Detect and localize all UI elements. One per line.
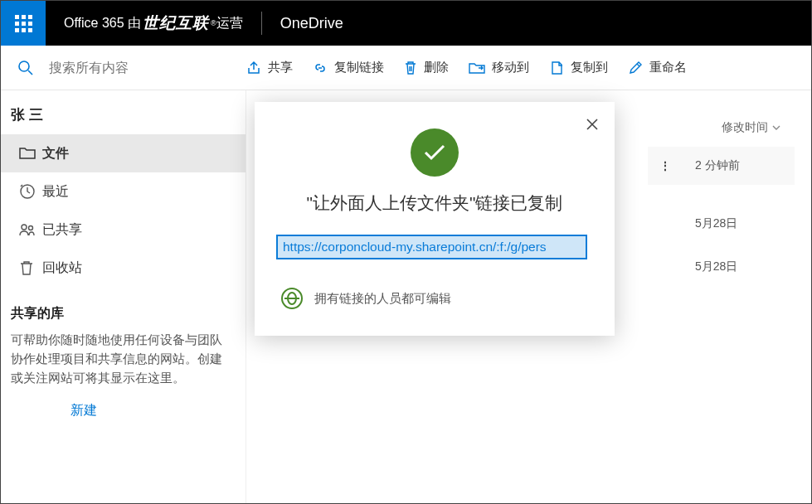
app-launcher-button[interactable] <box>1 1 46 46</box>
moveto-button[interactable]: 移动到 <box>469 60 529 75</box>
library-new-link[interactable]: 新建 <box>1 389 246 419</box>
globe-icon <box>281 288 303 309</box>
delete-button[interactable]: 删除 <box>404 60 449 75</box>
close-icon <box>585 117 600 132</box>
moveto-icon <box>469 61 485 75</box>
library-title: 共享的库 <box>1 287 246 331</box>
nav-recycle-label: 回收站 <box>42 259 82 277</box>
waffle-icon <box>15 15 32 32</box>
permission-text: 拥有链接的人员都可编辑 <box>314 291 451 307</box>
product-name: OneDrive <box>262 15 362 32</box>
modified-cell: 2 分钟前 <box>695 158 795 173</box>
share-link-input[interactable] <box>276 235 587 259</box>
column-modified-label: 修改时间 <box>722 120 768 135</box>
sidebar: 张 三 文件 最近 已共享 回收站 共享的库 可帮助你随时随地使用任何设 <box>1 90 246 503</box>
dialog-title: "让外面人上传文件夹"链接已复制 <box>276 191 593 215</box>
watermark-text: © 2019 ZJUNSEN https://blog.51cto.com/rd… <box>549 2 806 17</box>
copyto-label: 复制到 <box>571 60 608 75</box>
search-area <box>1 60 246 76</box>
svg-line-1 <box>28 70 32 75</box>
folder-icon <box>19 147 42 160</box>
chevron-down-icon <box>771 123 781 133</box>
people-icon <box>19 222 42 237</box>
command-bar: 共享 复制链接 删除 移动到 复制到 <box>1 46 811 90</box>
share-icon <box>246 61 261 75</box>
search-icon[interactable] <box>17 60 34 76</box>
success-badge <box>411 128 459 177</box>
nav-recycle[interactable]: 回收站 <box>1 249 246 287</box>
share-button[interactable]: 共享 <box>246 60 293 75</box>
check-icon <box>422 143 447 162</box>
more-icon[interactable]: ⋮ <box>659 159 672 172</box>
library-desc: 可帮助你随时随地使用任何设备与团队协作处理项目和共享信息的网站。创建或关注网站可… <box>1 331 246 389</box>
link-icon <box>313 61 328 75</box>
command-list: 共享 复制链接 删除 移动到 复制到 <box>246 60 811 75</box>
copyto-button[interactable]: 复制到 <box>549 60 608 75</box>
trash-icon <box>404 61 417 75</box>
nav-recent[interactable]: 最近 <box>1 172 246 211</box>
modified-cell: 5月28日 <box>695 259 795 274</box>
table-row[interactable]: 5月28日 <box>695 248 795 286</box>
copylink-button[interactable]: 复制链接 <box>313 60 384 75</box>
nav-shared[interactable]: 已共享 <box>1 211 246 249</box>
nav-files-label: 文件 <box>42 145 69 162</box>
column-modified[interactable]: 修改时间 <box>722 120 781 135</box>
svg-point-4 <box>29 226 33 230</box>
svg-point-0 <box>19 61 29 71</box>
nav-shared-label: 已共享 <box>42 221 82 239</box>
table-row[interactable]: 5月28日 <box>695 205 795 243</box>
nav-files[interactable]: 文件 <box>1 134 246 172</box>
svg-point-3 <box>22 225 27 230</box>
rename-button[interactable]: 重命名 <box>628 60 687 75</box>
modified-cell: 5月28日 <box>695 216 795 231</box>
table-row[interactable]: ⋮ 2 分钟前 <box>648 147 795 185</box>
user-name: 张 三 <box>1 105 246 134</box>
rename-label: 重命名 <box>649 60 687 75</box>
delete-label: 删除 <box>424 60 449 75</box>
share-label: 共享 <box>268 60 293 75</box>
search-input[interactable] <box>49 61 198 75</box>
nav-recent-label: 最近 <box>42 183 69 201</box>
brand-text: Office 365 由世纪互联®运营 <box>46 12 261 34</box>
moveto-label: 移动到 <box>492 60 529 75</box>
close-button[interactable] <box>585 117 600 132</box>
clock-icon <box>19 183 42 200</box>
pencil-icon <box>628 61 643 75</box>
recycle-icon <box>19 259 42 276</box>
copyto-icon <box>549 61 564 75</box>
copylink-label: 复制链接 <box>334 60 384 75</box>
permission-row[interactable]: 拥有链接的人员都可编辑 <box>276 288 593 309</box>
link-copied-dialog: "让外面人上传文件夹"链接已复制 拥有链接的人员都可编辑 <box>255 102 615 336</box>
